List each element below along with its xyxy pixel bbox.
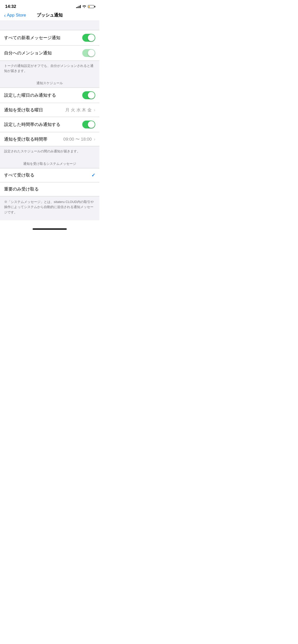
all-messages-group: すべての新着メッセージ通知	[0, 30, 99, 46]
receive-time-group: 通知を受け取る時間帯 09:00 〜 18:00 ›	[0, 132, 99, 146]
battery-icon	[88, 5, 94, 8]
receive-days-label: 通知を受け取る曜日	[4, 107, 65, 113]
schedule-time-group: 設定した時間帯のみ通知する	[0, 117, 99, 132]
receive-important-label: 重要のみ受け取る	[4, 186, 95, 192]
all-messages-toggle[interactable]	[82, 34, 95, 42]
settings-content: すべての新着メッセージ通知 自分へのメンション通知 トークの通知設定がオフでも、…	[0, 21, 99, 220]
schedule-description: 設定されたスケジュールの間のみ通知が届きます。	[0, 146, 99, 157]
toggle-knob-mentions	[88, 50, 95, 56]
schedule-days-toggle[interactable]	[82, 91, 95, 99]
receive-time-label: 通知を受け取る時間帯	[4, 136, 63, 142]
status-bar: 14:32	[0, 0, 99, 11]
mentions-row[interactable]: 自分へのメンション通知	[0, 46, 99, 61]
receive-important-group: 重要のみ受け取る	[0, 182, 99, 196]
schedule-days-group: 設定した曜日のみ通知する	[0, 87, 99, 103]
page-title: プッシュ通知	[37, 13, 63, 18]
schedule-time-toggle[interactable]	[82, 121, 95, 128]
back-button[interactable]: ‹ App Store	[4, 13, 26, 18]
receive-all-row[interactable]: すべて受け取る ✓	[0, 168, 99, 182]
status-icons	[76, 5, 94, 9]
mentions-label: 自分へのメンション通知	[4, 50, 82, 56]
status-time: 14:32	[5, 4, 16, 9]
receive-days-chevron-icon: ›	[94, 107, 95, 113]
system-note: ※「システムメッセージ」とは、sitateru CLOUD内の取引や操作によって…	[0, 196, 99, 220]
signal-icon	[76, 5, 81, 8]
receive-time-chevron-icon: ›	[94, 137, 95, 142]
home-indicator	[0, 226, 99, 232]
back-chevron-icon: ‹	[4, 13, 6, 18]
schedule-time-label: 設定した時間帯のみ通知する	[4, 122, 82, 127]
mentions-description: トークの通知設定がオフでも、自分がメンションされると通知が届きます。	[0, 61, 99, 77]
receive-time-row[interactable]: 通知を受け取る時間帯 09:00 〜 18:00 ›	[0, 132, 99, 146]
system-message-header: 通知を受け取るシステムメッセージ	[0, 157, 99, 168]
top-gap	[0, 21, 99, 30]
toggle-knob-time	[88, 121, 95, 128]
receive-important-row[interactable]: 重要のみ受け取る	[0, 182, 99, 196]
schedule-days-label: 設定した曜日のみ通知する	[4, 92, 82, 98]
receive-time-value: 09:00 〜 18:00	[63, 136, 92, 142]
receive-days-group: 通知を受け取る曜日 月 火 水 木 金 ›	[0, 103, 99, 117]
toggle-knob-days	[88, 92, 95, 99]
wifi-icon	[82, 5, 86, 9]
checkmark-icon: ✓	[91, 172, 95, 178]
appstore-label: App Store	[7, 13, 26, 18]
mentions-toggle[interactable]	[82, 49, 95, 57]
home-bar	[33, 228, 67, 230]
schedule-days-row[interactable]: 設定した曜日のみ通知する	[0, 88, 99, 103]
schedule-section-header: 通知スケジュール	[0, 77, 99, 87]
toggle-knob	[88, 34, 95, 41]
receive-days-row[interactable]: 通知を受け取る曜日 月 火 水 木 金 ›	[0, 103, 99, 117]
schedule-time-row[interactable]: 設定した時間帯のみ通知する	[0, 117, 99, 132]
all-messages-label: すべての新着メッセージ通知	[4, 35, 82, 41]
receive-all-group: すべて受け取る ✓	[0, 168, 99, 182]
receive-all-label: すべて受け取る	[4, 172, 91, 178]
receive-days-value: 月 火 水 木 金	[65, 107, 92, 113]
all-messages-row[interactable]: すべての新着メッセージ通知	[0, 30, 99, 45]
mentions-group: 自分へのメンション通知	[0, 46, 99, 61]
